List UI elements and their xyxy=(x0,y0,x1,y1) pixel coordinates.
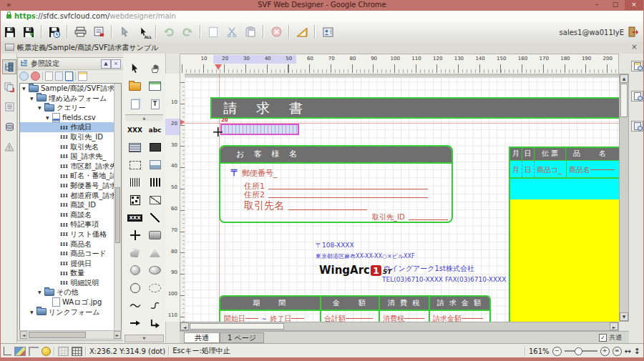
start-date-label[interactable]: 開始日 xyxy=(224,315,245,322)
common-checkbox[interactable]: ✓ 共通 xyxy=(599,333,622,342)
tree-item-3[interactable]: ▼fields.csv xyxy=(20,113,114,123)
scroll-right-icon[interactable]: ► xyxy=(610,322,618,330)
new-item-icon[interactable] xyxy=(45,71,53,81)
tree-item-9[interactable]: III町名・番地_請求 xyxy=(20,171,114,181)
list-mode-button[interactable] xyxy=(2,99,16,114)
detail-name-field[interactable]: 商品名 xyxy=(567,161,619,177)
polygon-tool[interactable] xyxy=(126,245,144,260)
tree-horizontal-scrollbar[interactable]: ◄ ► xyxy=(19,330,122,340)
scroll-down-icon[interactable]: ▼ xyxy=(620,312,628,321)
add-reference-icon[interactable] xyxy=(19,71,29,81)
tree-item-21[interactable]: ▼その他 xyxy=(20,287,114,297)
detail-code-field[interactable]: 商品コ_ xyxy=(535,161,567,177)
postal-barcode-tool[interactable] xyxy=(146,175,164,190)
tree-item-14[interactable]: III特記事項 xyxy=(20,219,114,229)
open-form-tool[interactable] xyxy=(126,79,144,94)
arrow-tool[interactable] xyxy=(126,316,144,331)
zoom-slider-knob[interactable] xyxy=(575,347,582,355)
grid-light-icon[interactable] xyxy=(58,347,69,356)
save-version-button[interactable] xyxy=(46,24,63,40)
company-name[interactable]: ウイングアーク1st株式会社 xyxy=(384,264,474,274)
close-button[interactable]: × xyxy=(625,0,643,10)
tree-item-12[interactable]: III商談_ID xyxy=(20,200,114,210)
maximize-button[interactable]: □ xyxy=(606,0,625,10)
print-settings-button[interactable] xyxy=(90,24,107,40)
checkbox-check-icon[interactable]: ✓ xyxy=(599,334,607,342)
barcode-tool[interactable] xyxy=(126,175,144,190)
static-text-tool[interactable]: abc xyxy=(146,122,164,137)
delete-button[interactable] xyxy=(268,24,285,40)
link-frame-tool[interactable] xyxy=(146,192,164,207)
copy-button[interactable] xyxy=(205,24,222,40)
tree-item-23[interactable]: ▼リンクフォーム xyxy=(20,307,114,317)
qrcode-tool[interactable] xyxy=(126,192,144,207)
tree-item-17[interactable]: III商品コード xyxy=(20,249,114,259)
image-display-icon[interactable] xyxy=(14,347,26,356)
tree-expand-icon[interactable]: ▼ xyxy=(38,103,44,113)
zoom-in-icon[interactable]: + xyxy=(600,347,610,356)
copy-item-icon[interactable] xyxy=(65,71,73,81)
redo-button[interactable] xyxy=(179,24,196,40)
corner-display-icon[interactable] xyxy=(29,347,39,356)
user-properties-button[interactable] xyxy=(319,24,336,40)
properties-icon[interactable] xyxy=(78,71,87,81)
rect-tool[interactable] xyxy=(146,228,164,243)
palette-scroll-down[interactable]: ▼ xyxy=(125,335,164,342)
tree-item-6[interactable]: III取引先名 xyxy=(20,142,114,152)
scroll-left-icon[interactable]: ◄ xyxy=(180,322,189,330)
select-tool[interactable] xyxy=(126,61,144,76)
undo-button[interactable] xyxy=(160,24,177,40)
document-close-button[interactable]: × xyxy=(630,43,639,52)
form-settings-button[interactable] xyxy=(631,61,643,71)
tree-item-7[interactable]: III国_請求先_ xyxy=(20,152,114,162)
tree-expand-icon[interactable]: ▼ xyxy=(22,84,29,94)
tree-item-22[interactable]: WAロゴ.jpg xyxy=(20,297,114,307)
tree-expand-icon[interactable]: ▼ xyxy=(30,307,36,317)
zoom-save-button[interactable] xyxy=(631,121,643,132)
circle-tool[interactable] xyxy=(126,263,144,278)
form-title-bar[interactable]: 請 求 書 xyxy=(210,97,619,119)
measure-button[interactable] xyxy=(293,24,311,40)
scroll-right-icon[interactable]: ► xyxy=(114,331,121,339)
cut-button[interactable] xyxy=(223,24,240,40)
crossline-tool[interactable] xyxy=(126,228,144,243)
text-copy-tool[interactable]: T xyxy=(146,97,164,112)
line-tool[interactable] xyxy=(146,210,164,225)
detail-month-field[interactable]: 月 xyxy=(510,161,522,177)
layers-mode-button[interactable] xyxy=(2,79,16,94)
tree-item-10[interactable]: III郵便番号_請求先 xyxy=(20,181,114,191)
summary-table[interactable]: 期 間 金 額 消 費 税 請 求 金 額 開始日 ～ 終了日 合計額 消費税 … xyxy=(219,295,491,322)
curve-tool[interactable] xyxy=(126,298,144,313)
tree-item-1[interactable]: ▼埋め込みフォーム xyxy=(20,94,114,104)
tree-item-15[interactable]: IIIリスト価格 xyxy=(20,229,114,239)
company-address[interactable]: 東京都港区麻布XX-XX-XX○×ビルXXF xyxy=(316,252,415,260)
document-tab-label[interactable]: 帳票定義/Sample/商談/SVF請求書サンプル xyxy=(17,44,158,51)
url-bar[interactable]: https://sfdc.svfcloud.com/webdesigner/ma… xyxy=(1,11,643,22)
tax-label[interactable]: 消費税 xyxy=(383,315,404,322)
zoom-reset-icon[interactable]: ≡ xyxy=(613,347,622,356)
select-all-button[interactable]: ALL xyxy=(135,24,152,40)
field-tool[interactable]: XXX xyxy=(126,122,144,137)
tree-item-18[interactable]: III提供日 xyxy=(20,259,114,269)
design-canvas[interactable]: 請 求 書 20 お 客 様 名 〒 郵便番号_ 住所1 住所2 取引先名 取引… xyxy=(185,74,619,322)
frame-field-tool[interactable] xyxy=(126,157,144,172)
detail-table[interactable]: 月 日 伝 票 品 名 月 日 商品コ_ 商品名 xyxy=(509,147,619,322)
tab-common[interactable]: 共通 xyxy=(184,332,220,343)
tree-item-8[interactable]: III市区郡_請求先_ xyxy=(20,162,114,172)
tab-page1[interactable]: 1 ページ xyxy=(220,332,264,343)
customer-section[interactable]: お 客 様 名 〒 郵便番号_ 住所1 住所2 取引先名 取引先_ID xyxy=(219,145,453,223)
tree-item-13[interactable]: III商談名 xyxy=(20,210,114,220)
open-item-icon[interactable] xyxy=(55,71,63,81)
save-button[interactable] xyxy=(1,24,19,40)
reference-tree-mode-button[interactable] xyxy=(2,59,16,74)
ellipse-tool[interactable] xyxy=(146,263,164,278)
client-id-field-label[interactable]: 取引先_ID xyxy=(372,212,405,222)
zoom-page-button[interactable] xyxy=(631,91,643,102)
tree-item-4[interactable]: III作成日 xyxy=(20,122,114,132)
tree-expand-icon[interactable]: ▼ xyxy=(30,94,36,104)
tree-item-20[interactable]: III明細説明 xyxy=(20,278,114,288)
paste-button[interactable] xyxy=(242,24,259,40)
tree-item-5[interactable]: III取引先_ID xyxy=(20,132,114,142)
canvas-horizontal-scrollbar[interactable]: ◄ ► xyxy=(180,322,619,331)
block-field-tool[interactable] xyxy=(146,140,164,155)
